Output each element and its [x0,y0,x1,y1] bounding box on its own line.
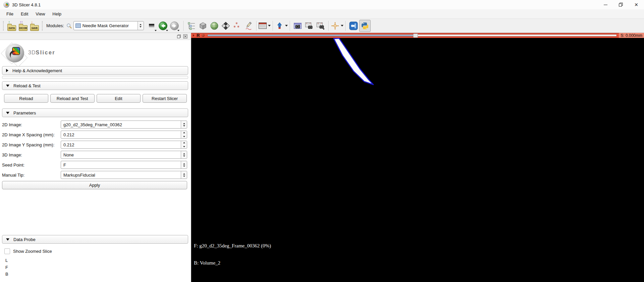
help-acknowledgement-section[interactable]: Help & Acknowledgement [2,66,188,75]
volumes-cube-icon [199,21,207,30]
spin-arrows[interactable] [181,131,187,138]
close-button[interactable]: × [629,0,644,9]
undock-panel-icon[interactable] [177,34,181,39]
combo-value: g20_d2_35deg_Frame_00362 [63,122,122,127]
dropdown-arrow-icon [285,25,288,27]
module-forward-button[interactable] [169,20,180,32]
param-label: Manual Tip: [2,173,61,178]
load-data-button[interactable]: ↑ DATA [6,20,17,32]
module-icon [75,23,81,28]
toolbar-separator [328,21,329,31]
volumes-button[interactable] [197,20,209,32]
reload-button[interactable]: Reload [4,94,48,103]
menu-file[interactable]: File [3,10,17,18]
menu-view[interactable]: View [32,10,49,18]
transforms-button[interactable] [220,20,231,32]
panel-dock-bar [0,33,191,40]
param-row-y-spacing: 2D Image Y Spacing (mm): 0.212 [2,141,187,149]
load-dicom-button[interactable]: ↑↑ DICOM [17,20,29,32]
parameters-section[interactable]: Parameters [2,108,188,117]
modules-label: Modules: [46,23,64,28]
reload-test-buttons: Reload Reload and Test Edit Restart Slic… [4,94,187,103]
restore-button[interactable] [613,0,629,9]
scene-view-button[interactable] [304,20,315,32]
toolbar-grip[interactable] [42,21,43,31]
red-slice-viewer[interactable]: R S: 0.000mm F: g20_d2_35deg_Frame_00362… [191,33,644,282]
screenshot-pin-button[interactable] [275,20,288,32]
slider-handle[interactable] [413,34,418,38]
subject-hierarchy-button[interactable] [186,20,197,32]
menu-help[interactable]: Help [49,10,65,18]
close-panel-icon[interactable] [183,34,187,39]
combo-arrows[interactable] [181,151,187,158]
data-folder-icon: DATA [7,25,16,31]
reload-and-test-button[interactable]: Reload and Test [50,94,95,103]
combo-arrows[interactable] [181,161,187,169]
section-label: Parameters [13,110,36,115]
seed-point-combo[interactable]: F [61,161,187,169]
viewer-corner-annotation: F: g20_d2_35deg_Frame_00362 (0%) B: Volu… [194,232,271,277]
manual-tip-combo[interactable]: MarkupsFiducial [61,171,187,179]
combo-arrows[interactable] [181,171,187,179]
x-spacing-spinbox[interactable]: 0.212 [61,131,187,139]
screenshot-button[interactable] [292,20,304,32]
y-spacing-spinbox[interactable]: 0.212 [61,141,187,149]
python-icon [361,21,369,30]
view-menu-dot-icon[interactable] [202,34,205,37]
module-history-button[interactable] [146,20,157,32]
scene-view-menu-button[interactable] [315,20,326,32]
combo-arrows[interactable] [138,21,144,30]
spinbox-value: 0.212 [63,142,74,147]
slice-orientation-label: R [197,33,200,38]
toolbar-grip[interactable] [3,21,4,31]
collapse-pin-icon[interactable] [193,34,195,37]
module-search-icon[interactable] [66,23,72,29]
back-icon [158,21,168,31]
combo-arrows[interactable] [181,121,187,128]
markups-button[interactable]: * * * [231,20,243,32]
upload-arrow-icon: ↑ [8,20,10,24]
slice-controller-bar: R S: 0.000mm [191,33,644,38]
dropdown-arrow-icon [341,25,343,27]
minimize-button[interactable] [598,0,613,9]
slice-offset-slider[interactable] [207,34,617,37]
dropdown-arrow-icon [177,30,179,31]
3d-image-combo[interactable]: None [61,151,187,159]
collapsed-arrow-icon [6,69,8,72]
spin-arrows[interactable] [181,141,187,148]
apply-button[interactable]: Apply [2,181,187,189]
axis-row-l: L [5,257,8,264]
crosshair-button[interactable] [331,20,343,32]
toolbar-separator [345,21,346,31]
models-button[interactable] [209,20,220,32]
extensions-manager-button[interactable] [348,20,359,32]
spinbox-value: 0.212 [63,132,74,137]
dicom-arrows-icon: ↑↑ [19,20,22,24]
editor-button[interactable] [243,20,254,32]
python-console-button[interactable] [359,20,371,32]
layout-selector-button[interactable] [259,20,271,32]
reload-test-section[interactable]: Reload & Test [2,81,188,90]
2d-image-combo[interactable]: g20_d2_35deg_Frame_00362 [61,121,187,129]
expanded-arrow-icon [6,238,9,241]
pin-arrow-icon [275,21,284,30]
edit-button[interactable]: Edit [97,94,141,103]
show-zoomed-slice-row: Show Zoomed Slice [4,248,52,254]
data-probe-section[interactable]: Data Probe [2,235,188,244]
restart-slicer-button[interactable]: Restart Slicer [143,94,187,103]
menu-edit[interactable]: Edit [17,10,32,18]
needle-segmentation-polygon [334,38,373,85]
show-zoomed-slice-checkbox[interactable] [4,248,10,254]
screenshot-camera-icon [293,21,302,30]
save-button[interactable]: ↓ SAVE [29,20,40,32]
section-label: Data Probe [13,237,36,242]
download-arrow-icon: ↓ [31,20,33,24]
subject-hierarchy-icon [187,21,196,30]
transforms-icon [221,21,230,30]
title-bar: 3D Slicer 4.8.1 × [0,0,644,9]
data-probe-axis-rows: L F B [5,257,8,278]
module-back-button[interactable] [157,20,169,32]
param-row-manual-tip: Manual Tip: MarkupsFiducial [2,171,187,179]
main-toolbar: ↑ DATA ↑↑ DICOM ↓ SAVE Modules: Needle M… [0,18,644,33]
module-selector-combo[interactable]: Needle Mask Generator [73,21,144,30]
